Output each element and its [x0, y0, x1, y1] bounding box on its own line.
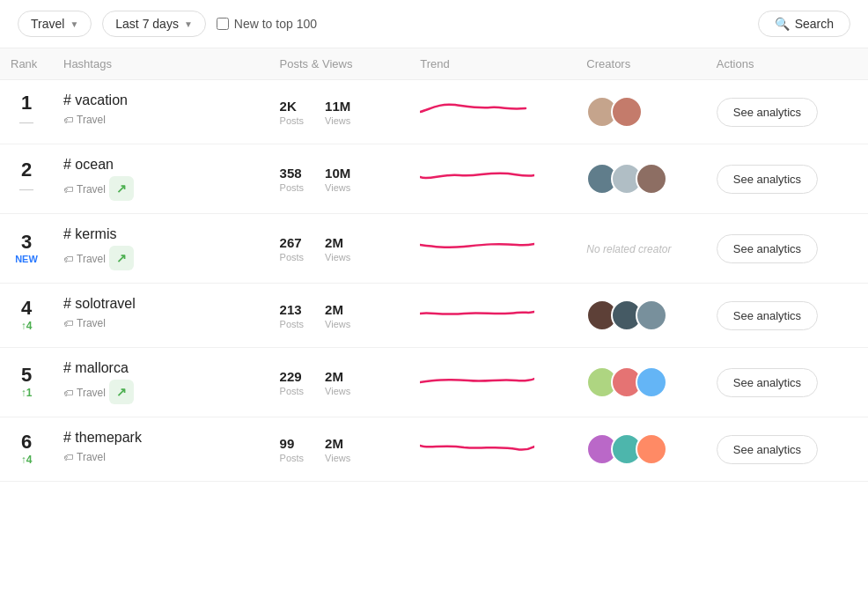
posts-count: 99: [280, 436, 305, 451]
rank-cell: 4 ↑4: [0, 284, 53, 348]
trending-badge: ↗: [109, 380, 134, 404]
new-to-top-checkbox[interactable]: [217, 18, 229, 30]
actions-cell: See analytics: [706, 80, 868, 144]
table-row: 2 — # ocean 🏷 Travel ↗ 358 Posts 10M Vie…: [0, 144, 868, 214]
trend-cell: [409, 144, 576, 214]
views-label: Views: [325, 182, 350, 193]
posts-item: 267 Posts: [280, 235, 305, 262]
see-analytics-button[interactable]: See analytics: [717, 234, 818, 263]
posts-views-cell: 358 Posts 10M Views: [269, 144, 410, 214]
col-creators: Creators: [576, 48, 705, 80]
tag-category: Travel: [77, 451, 106, 463]
actions-cell: See analytics: [706, 348, 868, 417]
rank-number: 3: [11, 233, 42, 252]
posts-item: 213 Posts: [280, 302, 305, 329]
views-count: 2M: [325, 369, 350, 384]
search-icon: 🔍: [775, 17, 790, 31]
avatar: [636, 163, 667, 195]
trending-badge: ↗: [109, 176, 134, 201]
tag-category: Travel: [77, 253, 106, 265]
see-analytics-button[interactable]: See analytics: [717, 435, 818, 464]
views-count: 2M: [325, 302, 350, 317]
hashtag-name: # solotravel: [63, 296, 259, 312]
posts-count: 267: [280, 235, 305, 250]
trend-cell: [409, 80, 576, 144]
category-label: Travel: [31, 17, 64, 31]
tag-icon: 🏷: [63, 254, 73, 264]
posts-item: 229 Posts: [280, 369, 305, 396]
col-hashtags: Hashtags: [53, 48, 269, 80]
period-dropdown[interactable]: Last 7 days ▼: [102, 11, 206, 37]
tag-icon: 🏷: [63, 318, 73, 329]
avatars: [586, 299, 695, 331]
hashtag-name: # ocean: [63, 157, 259, 173]
views-count: 2M: [325, 436, 350, 451]
views-item: 10M Views: [325, 166, 350, 193]
hashtag-cell: # kermis 🏷 Travel ↗: [53, 214, 269, 284]
posts-views-cell: 213 Posts 2M Views: [269, 284, 410, 348]
see-analytics-button[interactable]: See analytics: [717, 98, 818, 127]
category-dropdown[interactable]: Travel ▼: [18, 11, 92, 37]
posts-label: Posts: [280, 115, 305, 126]
hashtag-table: Rank Hashtags Posts & Views Trend Creato…: [0, 48, 868, 482]
new-to-top-filter[interactable]: New to top 100: [217, 17, 317, 31]
creators-cell: [576, 284, 705, 348]
posts-views-cell: 229 Posts 2M Views: [269, 348, 410, 417]
col-posts-views: Posts & Views: [269, 48, 410, 80]
creators-cell: [576, 144, 705, 214]
rank-number: 5: [11, 366, 42, 385]
avatar: [636, 433, 667, 465]
hashtag-cell: # ocean 🏷 Travel ↗: [53, 144, 269, 214]
rank-change: ↑4: [11, 454, 42, 466]
trend-chart: [420, 231, 534, 266]
posts-item: 99 Posts: [280, 436, 305, 463]
hashtag-cell: # vacation 🏷 Travel: [53, 80, 269, 144]
rank-dash: —: [11, 181, 42, 197]
tag-label: 🏷 Travel: [63, 317, 106, 329]
avatar: [636, 299, 667, 331]
avatar: [636, 366, 667, 398]
tag-icon: 🏷: [63, 184, 73, 195]
rank-cell: 5 ↑1: [0, 348, 53, 417]
table-row: 6 ↑4 # themepark 🏷 Travel 99 Posts 2M Vi…: [0, 417, 868, 482]
views-item: 2M Views: [325, 302, 350, 329]
trend-cell: [409, 417, 576, 482]
views-count: 2M: [325, 235, 350, 250]
see-analytics-button[interactable]: See analytics: [717, 165, 818, 194]
hashtag-cell: # mallorca 🏷 Travel ↗: [53, 348, 269, 417]
actions-cell: See analytics: [706, 144, 868, 214]
rank-cell: 2 —: [0, 144, 53, 214]
avatars: [586, 433, 695, 465]
rank-number: 1: [11, 93, 42, 113]
posts-views-cell: 2K Posts 11M Views: [269, 80, 410, 144]
rank-number: 4: [11, 299, 42, 318]
trend-chart: [420, 432, 534, 467]
tag-label: 🏷 Travel: [63, 451, 106, 463]
rank-number: 2: [11, 160, 42, 180]
rank-dash: —: [11, 114, 42, 130]
views-item: 11M Views: [325, 99, 350, 126]
tag-category: Travel: [77, 114, 106, 126]
trend-cell: [409, 348, 576, 417]
actions-cell: See analytics: [706, 214, 868, 284]
search-button[interactable]: 🔍 Search: [758, 11, 850, 37]
period-label: Last 7 days: [115, 17, 179, 31]
tag-label: 🏷 Travel: [63, 183, 106, 196]
views-item: 2M Views: [325, 235, 350, 262]
tag-icon: 🏷: [63, 388, 73, 398]
see-analytics-button[interactable]: See analytics: [717, 301, 818, 330]
avatar: [611, 96, 643, 128]
chevron-down-icon: ▼: [70, 19, 78, 29]
see-analytics-button[interactable]: See analytics: [717, 368, 818, 397]
views-label: Views: [325, 115, 350, 126]
posts-label: Posts: [280, 252, 305, 262]
creators-cell: [576, 80, 705, 144]
hashtag-name: # vacation: [63, 92, 259, 108]
trend-cell: [409, 214, 576, 284]
posts-count: 229: [280, 369, 305, 384]
rank-cell: 1 —: [0, 80, 53, 144]
chevron-down-icon: ▼: [184, 19, 193, 29]
posts-views-cell: 267 Posts 2M Views: [269, 214, 410, 284]
no-creator-text: No related creator: [586, 243, 671, 255]
hashtag-cell: # solotravel 🏷 Travel: [53, 284, 269, 348]
